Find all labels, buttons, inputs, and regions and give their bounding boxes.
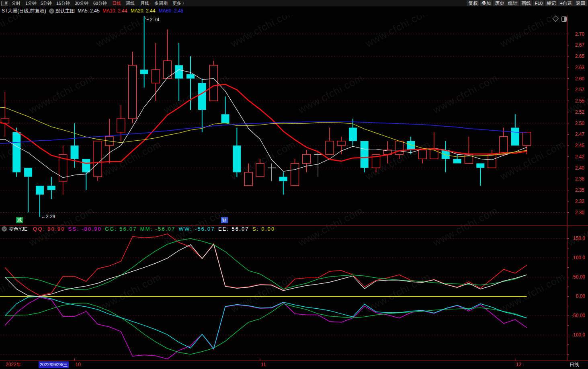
indicator-name[interactable]: 变色YJE <box>9 226 27 232</box>
menu-item-多周期[interactable]: 多周期 <box>154 0 168 6</box>
status-bar: 2022年 2022/09/28/三 101112 日线 <box>0 361 588 369</box>
toolbar-button-复权[interactable]: 复权 <box>467 0 479 6</box>
price-axis-label: 2.57 <box>575 87 585 92</box>
ma-legend-item: MA20: 2.44 <box>131 6 155 15</box>
month-label-11: 11 <box>261 361 266 368</box>
indicator-axis-label: -100.0 <box>572 332 585 338</box>
indicator-params: QQ: 80.90SS: -80.90GG: 56.07MM: -56.07WW… <box>33 226 279 232</box>
highest-price-annotation: 2.74 <box>150 17 160 23</box>
chart-title-bar: ST大洲(日线,前复权) 默认主图 MA5: 2.45MA10: 2.44MA2… <box>0 6 588 15</box>
candle <box>453 154 461 163</box>
watermark-text: www.cfchi.com <box>94 271 162 315</box>
month-label-10: 10 <box>76 361 81 368</box>
candle <box>94 141 102 181</box>
chart-canvas[interactable]: www.cfchi.comwww.cfchi.comwww.cfchi.comw… <box>0 0 588 369</box>
watermark-text: www.cfchi.com <box>296 72 365 116</box>
ma-legend-item: MA5: 2.45 <box>78 6 100 15</box>
candle <box>1 92 9 137</box>
indicator-lines <box>0 234 527 359</box>
menu-item-15分钟[interactable]: 15分钟 <box>56 0 70 6</box>
menu-item-日线[interactable]: 日线 <box>112 0 121 6</box>
indicator-param: MM: -56.07 <box>140 226 176 232</box>
menu-item-更多[interactable]: 更多 <box>172 0 181 6</box>
candle <box>233 128 241 177</box>
toolbar-button-标记[interactable]: 标记 <box>545 0 557 6</box>
price-axis-label: 2.55 <box>575 98 585 104</box>
app-logo-icon[interactable] <box>1 1 8 6</box>
candle <box>163 29 171 78</box>
candle <box>268 163 276 181</box>
ma-line-MA60 <box>0 122 527 144</box>
indicator-line-GG <box>5 238 527 290</box>
toolbar-button-画线[interactable]: 画线 <box>520 0 532 6</box>
candle <box>291 159 299 186</box>
candle <box>465 137 473 164</box>
watermark-text: www.cfchi.com <box>498 138 566 182</box>
period-label: 日线 <box>570 361 579 368</box>
toolbar-button-+自选[interactable]: +自选 <box>558 0 574 6</box>
chevron-down-circle-icon[interactable] <box>49 8 54 14</box>
candle <box>303 150 311 172</box>
candle <box>279 172 287 195</box>
ma-legend-item: MA60: 2.48 <box>159 6 183 15</box>
price-axis-label: 2.70 <box>575 31 585 37</box>
main-chart-label[interactable]: 默认主图 <box>55 6 75 15</box>
indicator-legend: 变色YJE QQ: 80.90SS: -80.90GG: 56.07MM: -5… <box>2 226 281 232</box>
candle <box>326 128 334 155</box>
price-axis-label: 2.30 <box>575 210 585 215</box>
menu-item-周线[interactable]: 周线 <box>126 0 135 6</box>
price-axis-label: 2.67 <box>575 42 585 48</box>
candle <box>36 186 44 217</box>
split-panel-icon[interactable] <box>561 16 567 22</box>
menu-item-1分钟[interactable]: 1分钟 <box>25 0 37 6</box>
toolbar-button-F10[interactable]: F10 <box>533 0 544 6</box>
event-badge-财[interactable]: 财 <box>221 217 228 223</box>
menu-item-月线[interactable]: 月线 <box>140 0 149 6</box>
price-axis-label: 2.60 <box>575 76 585 82</box>
toolbar-buttons: 复权叠加历史统计画线F10标记+自选返回 <box>467 0 587 6</box>
price-axis-label: 2.45 <box>575 143 585 148</box>
indicator-axis-label: 150.0 <box>573 236 585 241</box>
price-axis-label: 2.47 <box>575 131 585 137</box>
candle <box>117 105 125 141</box>
candle <box>59 146 67 195</box>
indicator-line-WW <box>5 296 527 348</box>
indicator-line-MM <box>5 303 527 355</box>
watermark-text: www.cfchi.com <box>498 271 566 315</box>
candle <box>523 132 531 155</box>
indicator-param: S: 0.00 <box>252 226 275 232</box>
indicator-chevron-circle-icon[interactable] <box>2 226 7 232</box>
application-window: www.cfchi.comwww.cfchi.comwww.cfchi.comw… <box>0 0 588 369</box>
ma-legend-item: MA10: 2.44 <box>102 6 127 15</box>
candle <box>210 61 218 101</box>
watermark-text: www.cfchi.com <box>161 72 230 116</box>
watermark-text: www.cfchi.com <box>94 138 162 182</box>
candle <box>12 128 20 177</box>
indicator-axis-label: 0.00 <box>576 293 586 299</box>
menu-item-more-chevron[interactable]: 〉 <box>182 0 186 6</box>
indicator-param: GG: 56.07 <box>105 226 137 232</box>
menu-item-30分钟[interactable]: 30分钟 <box>75 0 88 6</box>
toolbar-button-统计[interactable]: 统计 <box>506 0 519 6</box>
indicator-param: SS: -80.90 <box>68 226 102 232</box>
toolbar-button-叠加[interactable]: 叠加 <box>480 0 492 6</box>
selected-date-box[interactable]: 2022/09/28/三 <box>39 361 69 368</box>
candle <box>361 141 369 172</box>
toolbar-button-历史[interactable]: 历史 <box>493 0 506 6</box>
price-axis-label: 2.52 <box>575 109 585 115</box>
stock-title: ST大洲(日线,前复权) <box>2 6 46 15</box>
year-label: 2022年 <box>6 361 21 368</box>
toolbar-button-返回[interactable]: 返回 <box>574 0 587 6</box>
watermark-text: www.cfchi.com <box>430 72 499 116</box>
menu-item-分时[interactable]: 分时 <box>12 0 20 6</box>
candle <box>476 163 484 186</box>
candle <box>221 96 229 123</box>
price-axis-label: 2.42 <box>575 154 585 160</box>
event-badge-减[interactable]: 减 <box>16 217 23 223</box>
candle <box>511 114 519 146</box>
menu-item-60分钟[interactable]: 60分钟 <box>93 0 107 6</box>
candle <box>198 79 206 132</box>
price-axis-label: 2.63 <box>575 65 585 70</box>
menu-item-5分钟[interactable]: 5分钟 <box>41 0 52 6</box>
price-axis: 2.702.672.652.632.602.572.552.522.502.47… <box>567 31 585 355</box>
